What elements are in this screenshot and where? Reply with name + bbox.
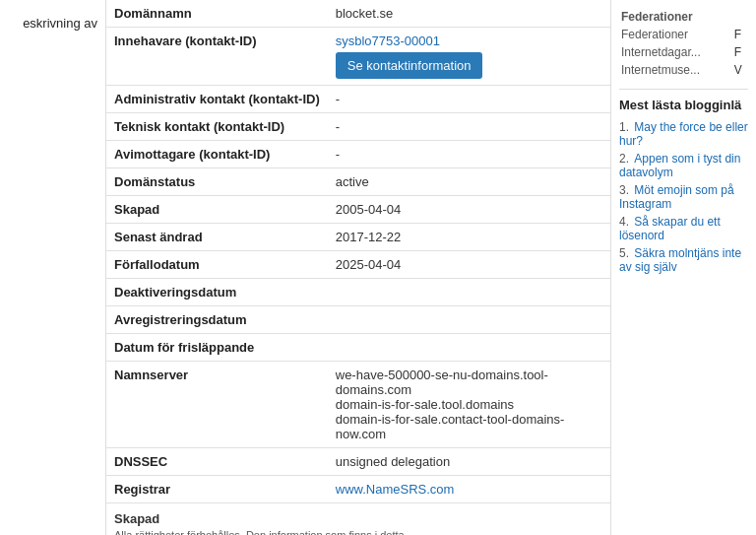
left-partial-column: eskrivning av [0, 0, 106, 535]
blog-item-link[interactable]: Appen som i tyst din datavolym [619, 152, 740, 179]
row-label: Skapad [106, 196, 328, 224]
contact-id-link[interactable]: sysblo7753-00001 [336, 33, 440, 48]
row-label: Innehavare (kontakt-ID) [106, 28, 328, 86]
fed-name: Internetmuse... [619, 61, 732, 79]
row-value: blocket.se [328, 0, 610, 28]
right-sidebar: Federationer FederationerFInternetdagar.… [610, 0, 756, 535]
row-label: DNSSEC [106, 448, 328, 476]
blog-list-item[interactable]: 3. Möt emojin som på Instagram [619, 181, 748, 213]
row-label: Senast ändrad [106, 224, 328, 251]
row-value[interactable]: sysblo7753-00001Se kontaktinformation [328, 28, 610, 86]
fed-value: F [732, 26, 748, 43]
table-row: Teknisk kontakt (kontakt-ID)- [106, 113, 610, 141]
federation-table: Federationer FederationerFInternetdagar.… [619, 8, 748, 79]
row-value: active [328, 168, 610, 196]
row-label: Teknisk kontakt (kontakt-ID) [106, 113, 328, 141]
row-value [328, 279, 610, 306]
fed-name: Federationer [619, 26, 732, 43]
table-row: Deaktiveringsdatum [106, 279, 610, 306]
row-label: Administrativ kontakt (kontakt-ID) [106, 86, 328, 113]
blog-item-num: 4. [619, 215, 632, 229]
blog-item-link[interactable]: Möt emojin som på Instagram [619, 183, 734, 211]
footer-subtext: Alla rättigheter förbehålles. Den inform… [114, 529, 602, 535]
row-value[interactable]: www.NameSRS.com [328, 476, 610, 503]
left-partial-text: eskrivning av [0, 10, 105, 36]
blog-list: 1. May the force be eller hur?2. Appen s… [619, 118, 748, 276]
row-value [328, 334, 610, 362]
table-row: Namnserverwe-have-500000-se-nu-domains.t… [106, 362, 610, 448]
row-value: 2025-04-04 [328, 251, 610, 279]
fed-name: Internetdagar... [619, 43, 732, 61]
table-row: Skapad2005-04-04 [106, 196, 610, 224]
row-label: Domännamn [106, 0, 328, 28]
row-value: - [328, 113, 610, 141]
see-contact-info-button[interactable]: Se kontaktinformation [336, 52, 483, 79]
fed-row: Internetdagar...F [619, 43, 748, 61]
blog-list-item[interactable]: 4. Så skapar du ett lösenord [619, 213, 748, 244]
footer-label: Skapad [114, 511, 602, 526]
table-row: Datum för frisläppande [106, 334, 610, 362]
blog-list-item[interactable]: 2. Appen som i tyst din datavolym [619, 150, 748, 181]
table-row: Domänstatusactive [106, 168, 610, 196]
blog-list-item[interactable]: 5. Säkra molntjäns inte av sig själv [619, 244, 748, 276]
blog-item-link[interactable]: Säkra molntjäns inte av sig själv [619, 246, 741, 274]
fed-col-name: Federationer [619, 8, 732, 26]
row-value: - [328, 141, 610, 168]
row-label: Avimottagare (kontakt-ID) [106, 141, 328, 168]
fed-row: FederationerF [619, 26, 748, 43]
fed-row: Internetmuse...V [619, 61, 748, 79]
row-value: we-have-500000-se-nu-domains.tool-domain… [328, 362, 610, 448]
fed-value: V [732, 61, 748, 79]
row-value: 2005-04-04 [328, 196, 610, 224]
row-label: Namnserver [106, 362, 328, 448]
row-value: 2017-12-22 [328, 224, 610, 251]
table-row: Senast ändrad2017-12-22 [106, 224, 610, 251]
table-row: Administrativ kontakt (kontakt-ID)- [106, 86, 610, 113]
blog-item-num: 1. [619, 120, 632, 134]
row-value: unsigned delegation [328, 448, 610, 476]
row-label: Avregistreringsdatum [106, 306, 328, 334]
blog-item-link[interactable]: Så skapar du ett lösenord [619, 215, 721, 242]
page-wrapper: eskrivning av Domännamnblocket.seInnehav… [0, 0, 756, 535]
row-value: - [328, 86, 610, 113]
row-value [328, 306, 610, 334]
table-row: DNSSECunsigned delegation [106, 448, 610, 476]
blog-list-item[interactable]: 1. May the force be eller hur? [619, 118, 748, 150]
table-row: Avregistreringsdatum [106, 306, 610, 334]
row-label: Datum för frisläppande [106, 334, 328, 362]
blog-item-num: 3. [619, 183, 632, 197]
blog-item-num: 5. [619, 246, 632, 260]
table-row: Registrarwww.NameSRS.com [106, 476, 610, 503]
row-label: Förfallodatum [106, 251, 328, 279]
row-label: Domänstatus [106, 168, 328, 196]
table-row: Domännamnblocket.se [106, 0, 610, 28]
row-label: Registrar [106, 476, 328, 503]
blog-section-header: Mest lästa blogginlä [619, 89, 748, 112]
domain-table: Domännamnblocket.seInnehavare (kontakt-I… [106, 0, 610, 503]
center-panel: Domännamnblocket.seInnehavare (kontakt-I… [106, 0, 610, 535]
blog-item-link[interactable]: May the force be eller hur? [619, 120, 748, 148]
registrar-link[interactable]: www.NameSRS.com [336, 482, 455, 497]
row-label: Deaktiveringsdatum [106, 279, 328, 306]
table-row: Innehavare (kontakt-ID)sysblo7753-00001S… [106, 28, 610, 86]
table-row: Förfallodatum2025-04-04 [106, 251, 610, 279]
fed-value: F [732, 43, 748, 61]
table-row: Avimottagare (kontakt-ID)- [106, 141, 610, 168]
blog-item-num: 2. [619, 152, 632, 166]
